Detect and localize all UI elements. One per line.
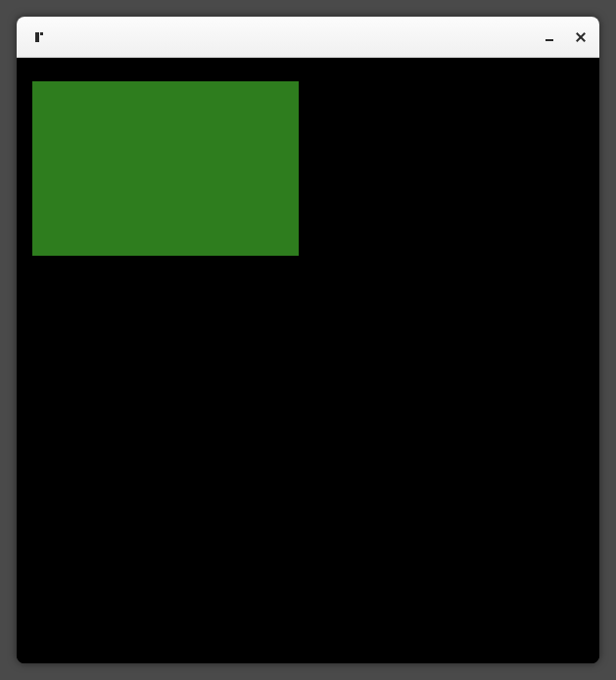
close-icon: [575, 31, 587, 43]
application-window: [17, 17, 599, 663]
minimize-button[interactable]: [543, 30, 556, 44]
rectangle-shape: [32, 81, 299, 256]
window-controls: [543, 30, 588, 44]
minimize-icon: [545, 39, 553, 41]
app-icon: [32, 30, 46, 44]
canvas-area: [17, 58, 599, 663]
window-titlebar[interactable]: [17, 17, 599, 58]
close-button[interactable]: [574, 30, 588, 44]
